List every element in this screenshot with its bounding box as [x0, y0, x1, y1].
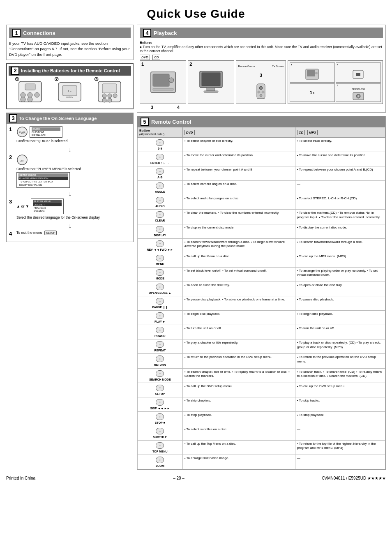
- pb-step-5-label: 1 5: [290, 83, 335, 102]
- cd-cell-13: • To turn the unit on or off.: [295, 325, 385, 339]
- batteries-header: 2 Installing the Batteries for the Remot…: [9, 66, 131, 76]
- table-row: ○AUDIO• To select audio languages on a d…: [138, 195, 385, 210]
- col-header-cd: CD MP3: [295, 127, 385, 138]
- svg-point-3: [28, 92, 32, 97]
- table-row: ○ENTER ↑↓←→• To move the cursor and dete…: [138, 152, 385, 166]
- step-3-row: ▲ or ▼ PLAYER MENU ENGLISH FRANÇAIS ESPA…: [16, 199, 100, 214]
- dvd-cell-5: • To clear the markers. • To clear the n…: [182, 210, 295, 224]
- col-header-dvd: DVD: [182, 127, 295, 138]
- tray-svg: [352, 90, 364, 101]
- setup-button-label: SETUP: [44, 231, 57, 235]
- dvd-cell-4: • To select audio languages on a disc.: [182, 195, 295, 210]
- btn-cell-2: ○A-B: [138, 166, 183, 181]
- btn-label-14: REPEAT: [154, 349, 166, 352]
- table-row: ○DISPLAY• To display the current disc mo…: [138, 224, 385, 238]
- svg-point-37: [315, 72, 318, 74]
- btn-label-13: POWER: [154, 334, 165, 338]
- table-row: ○0-9• To select chapter or title directl…: [138, 138, 385, 152]
- btn-cell-6: ○DISPLAY: [138, 224, 183, 238]
- before-label: Before:: [140, 41, 152, 45]
- model-number: 0VMN04011 / E5925UD ★★★★★: [322, 476, 386, 480]
- btn-cell-10: ○OPEN/CLOSE ▲: [138, 282, 183, 296]
- pb-open-close: OPEN/CLOSE: [337, 88, 380, 101]
- table-row: ○STOP ■• To stop playback.• To stop play…: [138, 411, 385, 426]
- cd-cell-14: • To play a track or disc repeatedly. (C…: [295, 339, 385, 354]
- pb-step-1-content: [291, 67, 334, 81]
- remote-control-table: Button(Alphabetical order) DVD CD MP3: [137, 127, 385, 469]
- playback-title: Playback: [154, 30, 177, 36]
- btn-cell-0: ○0-9: [138, 138, 183, 152]
- table-row: ○REPEAT• To play a chapter or title repe…: [138, 339, 385, 354]
- dvd-logo: DVD: [140, 55, 150, 60]
- pb-device-2: 2: [188, 60, 234, 104]
- step-4-text: To exit the menu: [16, 231, 42, 235]
- pb-num-2: 2: [189, 62, 192, 67]
- remote-control-section: 5 Remote Control Button(Alphabetical ord…: [137, 116, 386, 470]
- step-3-text: Select the desired language for the On-s…: [16, 215, 100, 220]
- cd-cell-20: —: [295, 426, 385, 440]
- screen-1-highlight: QUICK: [32, 127, 60, 131]
- btn-label-5: CLEAR: [155, 219, 165, 222]
- btn-cell-3: ○ANGLE: [138, 181, 183, 195]
- dvd-cell-6: • To display the current disc mode.: [182, 224, 295, 238]
- table-row: ○MODE• To set black level on/off. • To s…: [138, 267, 385, 282]
- connections-title: Connections: [23, 30, 55, 36]
- cd-cell-18: • To skip tracks.: [295, 397, 385, 411]
- btn-label-6: DISPLAY: [154, 233, 166, 237]
- table-row: ○PLAY ►• To begin disc playback.• To beg…: [138, 311, 385, 325]
- cd-cell-19: • To stop playback.: [295, 411, 385, 426]
- battery-diagram-1: ①: [17, 81, 44, 104]
- btn-label-16: SEARCH MODE: [149, 378, 171, 381]
- cd-cell-17: • To call up the DVD setup menu.: [295, 383, 385, 397]
- pb-step-4: 4: [336, 62, 381, 83]
- cd-cell-11: • To pause disc playback.: [295, 296, 385, 311]
- screen-3-line0: PLAYER MENU: [33, 200, 62, 203]
- arrow-3: ↓: [9, 222, 131, 230]
- playback-diagrams: DVD CD 1 2: [140, 55, 383, 104]
- battery-diagram-3: ③: [96, 81, 123, 104]
- dvd-player-svg: [149, 68, 178, 97]
- svg-text:ENT: ENT: [20, 159, 25, 162]
- btn-cell-11: ○PAUSE ❙❙: [138, 296, 183, 311]
- dvd-cell-12: • To begin disc playback.: [182, 311, 295, 325]
- connections-number: 1: [12, 29, 21, 37]
- svg-point-34: [260, 94, 262, 97]
- table-row: ○PAUSE ❙❙• To pause disc playback. • To …: [138, 296, 385, 311]
- pb-num-3: 3: [260, 73, 262, 78]
- screen-2-line2: TV ASPECT 4:3 LETTER BOX: [18, 180, 68, 183]
- btn-label-9: MODE: [156, 277, 164, 280]
- language-header: 3 To Change the On-Screen Language: [7, 113, 133, 124]
- arrow-1: ↓: [9, 146, 131, 153]
- btn-cell-20: ○SUBTITLE: [138, 426, 183, 440]
- pb-big-5: 5: [313, 92, 314, 94]
- pb-step-4-content: [337, 67, 380, 81]
- cd-cell-10: • To open or close the disc tray.: [295, 282, 385, 296]
- enter-button-icon-1: ENT: [16, 154, 28, 166]
- dvd-cell-2: • To repeat between your chosen point A …: [182, 166, 295, 181]
- screen-3-line3: ESPAÑOL: [33, 210, 62, 213]
- circle-3: ③: [94, 76, 99, 82]
- playback-section: 4 Playback Before: ● Turn on the TV, amp…: [137, 25, 386, 113]
- btn-label-2: A-B: [157, 175, 162, 179]
- dvd-cell-3: • To select camera angles on a disc.: [182, 181, 295, 195]
- svg-rect-29: [204, 91, 218, 92]
- footer: Printed in China – 20 – 0VMN04011 / E592…: [6, 474, 386, 480]
- btn-cell-4: ○AUDIO: [138, 195, 183, 210]
- table-row: ○REV ◄◄ FWD ►►• To search forward/backwa…: [138, 238, 385, 253]
- screen-3-line1: ENGLISH: [33, 203, 62, 206]
- remote-title: Remote Control: [151, 119, 191, 125]
- screen-1-line-2: CUSTOM: [32, 131, 60, 134]
- remote-ctrl-label: Remote Control: [238, 65, 255, 67]
- page-number: – 20 –: [173, 476, 184, 480]
- pb-label-3: 3: [140, 105, 164, 110]
- svg-point-17: [108, 98, 112, 102]
- step-1-content: PWR QUICK CUSTOM INITIALIZE Confirm that…: [16, 126, 67, 143]
- step-num-3: 3: [9, 199, 15, 205]
- page: Quick Use Guide 1 Connections If your TV…: [0, 0, 392, 554]
- btn-cell-8: ○MENU: [138, 253, 183, 267]
- step-3-arrows: ▲ or ▼: [16, 204, 29, 208]
- power-button-icon-1: PWR: [16, 126, 28, 138]
- dvd-header-content: DVD: [184, 130, 293, 135]
- svg-text:PWR: PWR: [19, 131, 25, 134]
- language-number: 3: [9, 114, 17, 122]
